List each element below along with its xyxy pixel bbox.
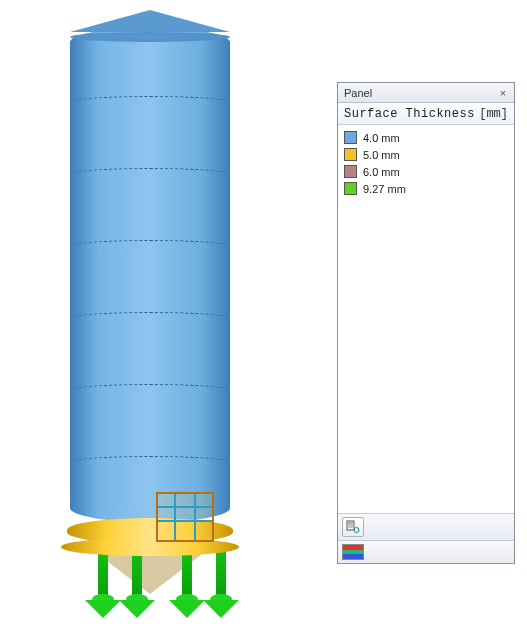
legend-label: 5.0 mm	[363, 149, 400, 161]
support-foot	[168, 594, 206, 624]
barrel-seam	[70, 312, 230, 324]
color-scale-button[interactable]	[342, 544, 364, 560]
legend-row[interactable]: 4.0 mm	[344, 129, 508, 146]
panel-toolbar	[338, 513, 514, 540]
close-icon[interactable]: ×	[496, 86, 510, 100]
support-foot	[84, 594, 122, 624]
silo-model[interactable]	[40, 10, 260, 630]
access-cage	[156, 492, 214, 542]
legend-header: Surface Thickness [mm]	[338, 103, 514, 125]
panel-titlebar[interactable]: Panel ×	[338, 83, 514, 103]
legend-panel: Panel × Surface Thickness [mm] 4.0 mm 5.…	[337, 82, 515, 564]
svg-point-4	[354, 528, 359, 533]
color-bar-blue	[343, 554, 363, 559]
panel-toolbar-lower	[338, 540, 514, 563]
legend-header-unit: [mm]	[479, 107, 508, 121]
panel-options-button[interactable]	[342, 517, 364, 537]
legend-row[interactable]: 9.27 mm	[344, 180, 508, 197]
legend-label: 9.27 mm	[363, 183, 406, 195]
legend-row[interactable]: 6.0 mm	[344, 163, 508, 180]
legend-swatch	[344, 182, 357, 195]
barrel-seam	[70, 384, 230, 396]
barrel-seam	[70, 96, 230, 108]
model-viewport[interactable]	[0, 0, 320, 643]
legend-label: 6.0 mm	[363, 166, 400, 178]
legend-label: 4.0 mm	[363, 132, 400, 144]
options-icon	[346, 520, 360, 534]
legend-swatch	[344, 165, 357, 178]
legend-swatch	[344, 131, 357, 144]
panel-title: Panel	[344, 87, 496, 99]
support-foot	[118, 594, 156, 624]
barrel-seam	[70, 240, 230, 252]
silo-roof	[70, 10, 230, 32]
support-foot	[202, 594, 240, 624]
legend-header-label: Surface Thickness	[344, 107, 479, 121]
support-leg	[216, 546, 226, 598]
legend-row[interactable]: 5.0 mm	[344, 146, 508, 163]
legend-body: 4.0 mm 5.0 mm 6.0 mm 9.27 mm	[338, 125, 514, 513]
legend-swatch	[344, 148, 357, 161]
silo-barrel	[70, 28, 230, 522]
barrel-seam	[70, 456, 230, 468]
barrel-seam	[70, 168, 230, 180]
